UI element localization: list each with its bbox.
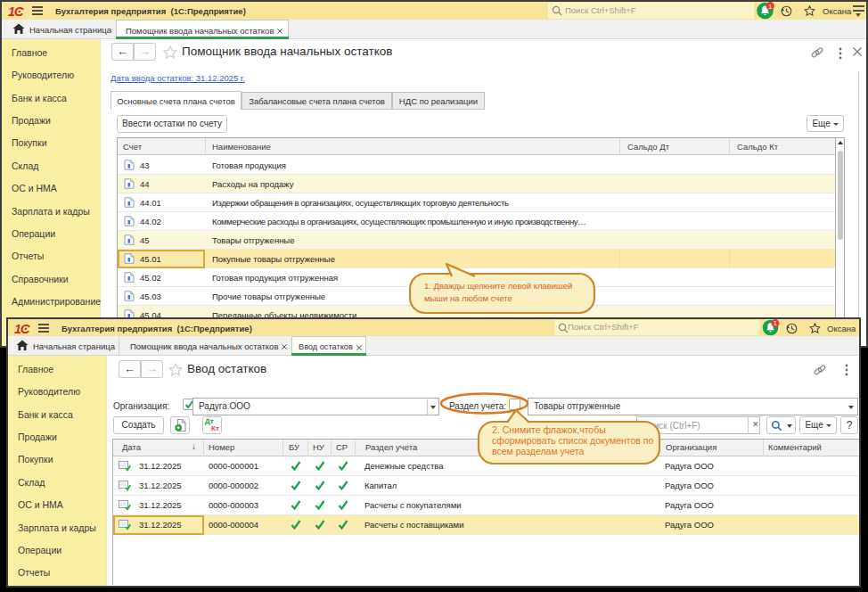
svg-text:1: 1 [768,3,773,11]
svg-text:1: 1 [774,319,777,327]
